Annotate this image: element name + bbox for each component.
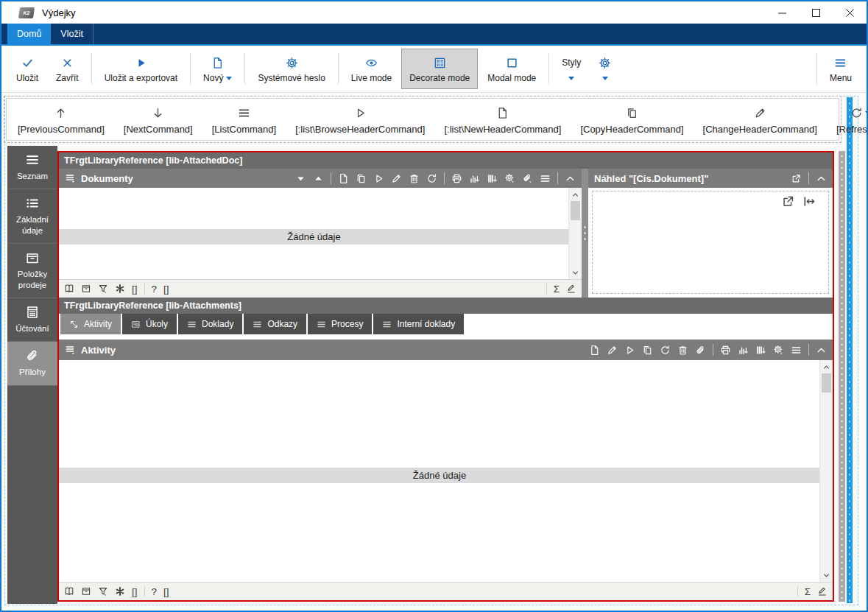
separator bbox=[797, 586, 798, 597]
tab-ukoly[interactable]: Úkoly bbox=[122, 314, 177, 334]
styly-button[interactable]: Styly bbox=[554, 49, 589, 89]
copy-icon[interactable] bbox=[642, 345, 653, 356]
settings-button[interactable] bbox=[590, 49, 619, 89]
scroll-up-button[interactable] bbox=[820, 361, 833, 373]
decorate-mode-button[interactable]: Decorate mode bbox=[401, 49, 478, 89]
sidebar-item-seznam[interactable]: Seznam bbox=[7, 146, 57, 189]
printer-icon[interactable] bbox=[451, 173, 462, 184]
systemove-heslo-button[interactable]: Systémové heslo bbox=[250, 49, 333, 89]
tab-aktivity[interactable]: Aktivity bbox=[60, 314, 121, 334]
panel-menu-icon[interactable] bbox=[65, 344, 77, 356]
list-browseheadercommand-command[interactable]: [:list\BrowseHeaderCommand] bbox=[286, 99, 434, 140]
sidebar-item-uctovani[interactable]: Účtování bbox=[7, 298, 57, 342]
scrollbar-thumb[interactable] bbox=[571, 201, 580, 220]
columns-down-icon[interactable] bbox=[755, 345, 766, 356]
ribbon-menu-button[interactable]: Menu bbox=[822, 49, 860, 89]
new-doc-icon[interactable] bbox=[589, 345, 600, 356]
sigma-icon[interactable]: Σ bbox=[554, 284, 560, 295]
minimize-button[interactable] bbox=[765, 1, 799, 24]
right-splitter-grip[interactable] bbox=[839, 151, 845, 602]
copyheadercommand-command[interactable]: [CopyHeaderCommand] bbox=[571, 99, 693, 140]
pencil-icon[interactable] bbox=[607, 345, 618, 356]
paperclip-icon[interactable] bbox=[695, 345, 706, 356]
tri-up-icon[interactable] bbox=[313, 173, 324, 184]
scroll-down-button[interactable] bbox=[820, 569, 833, 581]
tab-procesy[interactable]: Procesy bbox=[308, 314, 372, 334]
scroll-up-button[interactable] bbox=[569, 189, 582, 200]
modal-mode-button[interactable]: Modal mode bbox=[479, 49, 544, 89]
play-outline-icon[interactable] bbox=[373, 173, 384, 184]
question-icon[interactable]: ? bbox=[152, 284, 158, 295]
panel-menu-icon[interactable] bbox=[65, 172, 77, 184]
vertical-scrollbar[interactable] bbox=[568, 188, 582, 279]
close-button[interactable] bbox=[833, 1, 867, 24]
ulozit-a-exportovat-button[interactable]: Uložit a exportovat bbox=[96, 49, 186, 89]
previouscommand-command[interactable]: [PreviousCommand] bbox=[8, 99, 114, 140]
resize-h-icon[interactable] bbox=[802, 194, 816, 208]
zavrit-button[interactable]: Zavřít bbox=[48, 49, 87, 89]
novy-button[interactable]: Nový bbox=[195, 49, 240, 89]
refresh-icon[interactable] bbox=[660, 345, 671, 356]
asterisk-icon[interactable] bbox=[115, 284, 125, 294]
live-mode-button[interactable]: Live mode bbox=[343, 49, 400, 89]
crate-small-icon[interactable] bbox=[81, 284, 91, 294]
new-doc-icon[interactable] bbox=[338, 173, 349, 184]
pencil-icon[interactable] bbox=[391, 173, 402, 184]
trash-icon[interactable] bbox=[677, 345, 688, 356]
sigma-icon[interactable]: Σ bbox=[805, 586, 811, 597]
brackets-icon[interactable]: [] bbox=[163, 284, 169, 295]
book-icon[interactable] bbox=[64, 284, 74, 294]
vertical-scrollbar[interactable] bbox=[819, 360, 833, 582]
external-link-icon[interactable] bbox=[781, 194, 795, 208]
scrollbar-thumb[interactable] bbox=[822, 373, 831, 393]
tab-domu[interactable]: Domů bbox=[7, 24, 51, 44]
trash-icon[interactable] bbox=[409, 173, 420, 184]
chevron-up-icon[interactable] bbox=[816, 345, 827, 356]
scroll-down-button[interactable] bbox=[569, 267, 582, 278]
chevron-up-icon[interactable] bbox=[565, 173, 576, 184]
sidebar-item-prilohy[interactable]: Přílohy bbox=[7, 342, 57, 385]
sidebar-item-zakladni-udaje[interactable]: Základní údaje bbox=[7, 189, 57, 244]
external-link-icon[interactable] bbox=[791, 173, 802, 184]
separator bbox=[546, 284, 547, 294]
columns-down-icon[interactable] bbox=[487, 173, 498, 184]
ulozit-button[interactable]: Uložit bbox=[8, 49, 46, 89]
changeheadercommand-command[interactable]: [ChangeHeaderCommand] bbox=[694, 99, 827, 140]
pencil-line-icon[interactable] bbox=[817, 586, 828, 597]
tab-odkazy[interactable]: Odkazy bbox=[244, 314, 306, 334]
question-icon[interactable]: ? bbox=[152, 586, 158, 597]
chart-down-icon[interactable] bbox=[738, 345, 749, 356]
chevron-up-icon[interactable] bbox=[816, 173, 827, 184]
listcommand-command[interactable]: [ListCommand] bbox=[202, 99, 286, 140]
crate-small-icon[interactable] bbox=[81, 586, 91, 597]
brackets-icon[interactable]: [] bbox=[163, 586, 169, 597]
separator bbox=[713, 344, 713, 356]
brackets-icon[interactable]: [] bbox=[132, 284, 138, 295]
maximize-button[interactable] bbox=[799, 1, 833, 24]
nextcommand-command[interactable]: [NextCommand] bbox=[114, 99, 202, 140]
chart-down-icon[interactable] bbox=[469, 173, 480, 184]
filter-caret-icon[interactable] bbox=[98, 284, 108, 294]
tab-interni-doklady[interactable]: Interní doklady bbox=[373, 314, 464, 334]
refreshco-command[interactable]: [RefreshCo bbox=[827, 99, 868, 140]
copy-icon[interactable] bbox=[356, 173, 367, 184]
list-newheadercommand-command[interactable]: [:list\NewHeaderCommand] bbox=[434, 99, 571, 140]
tab-vlozit[interactable]: Vložit bbox=[51, 24, 93, 44]
panel-splitter[interactable] bbox=[582, 169, 588, 298]
menu-icon[interactable] bbox=[540, 173, 551, 184]
book-icon[interactable] bbox=[64, 586, 74, 597]
pencil-line-icon[interactable] bbox=[566, 284, 576, 294]
refresh-icon[interactable] bbox=[426, 173, 437, 184]
gear-caret-icon[interactable] bbox=[773, 345, 784, 356]
paperclip-caret-icon[interactable] bbox=[522, 173, 533, 184]
brackets-icon[interactable]: [] bbox=[132, 586, 138, 597]
filter-caret-icon[interactable] bbox=[98, 586, 108, 597]
play-outline-icon[interactable] bbox=[624, 345, 635, 356]
tab-doklady[interactable]: Doklady bbox=[178, 314, 242, 334]
menu-icon[interactable] bbox=[791, 345, 802, 356]
tri-down-icon[interactable] bbox=[295, 173, 306, 184]
sidebar-item-polozky-prodeje[interactable]: Položky prodeje bbox=[7, 244, 57, 298]
printer-icon[interactable] bbox=[720, 345, 731, 356]
asterisk-icon[interactable] bbox=[115, 586, 125, 597]
gear-caret-icon[interactable] bbox=[504, 173, 515, 184]
